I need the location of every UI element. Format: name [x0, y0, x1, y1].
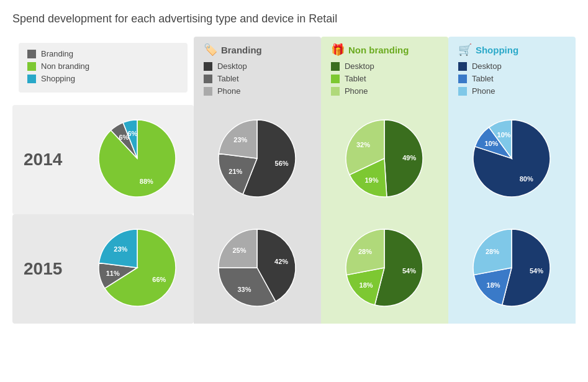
svg-text:66%: 66%	[152, 276, 166, 283]
shopping-chart-2015: 54%18%28%	[448, 214, 576, 324]
svg-text:11%: 11%	[106, 270, 119, 277]
branding-column-header: 🏷️ Branding Desktop Tablet Phone	[194, 37, 321, 105]
overall-legend: Branding Non branding Shopping	[19, 43, 188, 93]
legend-nonbranding: Non branding	[27, 61, 179, 71]
shopping-chart-2014: 80%10%10%	[448, 105, 576, 214]
page-title: Spend development for each advertising t…	[12, 12, 576, 25]
svg-text:18%: 18%	[360, 281, 373, 289]
nonbranding-swatch	[27, 62, 36, 71]
svg-text:80%: 80%	[520, 175, 533, 183]
svg-text:6%: 6%	[127, 130, 137, 137]
overall-chart-2014: 88%6%6%	[82, 106, 192, 213]
branding-chart-2014: 56%21%23%	[194, 105, 321, 214]
svg-text:23%: 23%	[234, 136, 248, 143]
shopping-column-header: 🛒 Shopping Desktop Tablet Phone	[448, 37, 576, 105]
shopping-swatch	[27, 75, 36, 83]
year-2015: 2015	[14, 216, 81, 322]
svg-text:25%: 25%	[233, 247, 247, 254]
svg-text:18%: 18%	[487, 281, 500, 289]
svg-text:19%: 19%	[365, 176, 379, 184]
row-2014: 2014 88%6%6% 56%21%23% 49%19%32% 80%10%1…	[12, 105, 576, 214]
svg-text:54%: 54%	[402, 267, 416, 275]
nonbranding-column-header: 🎁 Non branding Desktop Tablet Phone	[321, 37, 448, 105]
svg-text:21%: 21%	[229, 168, 243, 175]
svg-text:32%: 32%	[356, 141, 370, 148]
svg-text:49%: 49%	[403, 154, 417, 161]
svg-text:10%: 10%	[485, 140, 499, 147]
shopping-icon: 🛒	[458, 43, 472, 57]
svg-text:28%: 28%	[358, 248, 372, 255]
branding-icon: 🏷️	[204, 43, 217, 57]
year-2014: 2014	[14, 106, 81, 213]
branding-swatch	[27, 50, 36, 58]
legend-branding: Branding	[27, 49, 179, 58]
legend-shopping: Shopping	[27, 74, 179, 83]
nonbranding-chart-2014: 49%19%32%	[321, 105, 448, 214]
svg-text:42%: 42%	[274, 258, 288, 265]
svg-text:56%: 56%	[275, 160, 289, 167]
svg-text:10%: 10%	[497, 131, 511, 139]
svg-text:23%: 23%	[114, 245, 127, 253]
svg-text:28%: 28%	[486, 248, 499, 255]
nonbranding-icon: 🎁	[331, 43, 345, 57]
overall-chart-2015: 66%11%23%	[82, 216, 192, 322]
svg-text:88%: 88%	[140, 178, 153, 185]
branding-chart-2015: 42%33%25%	[194, 214, 321, 324]
nonbranding-chart-2015: 54%18%28%	[321, 214, 448, 324]
svg-text:54%: 54%	[530, 267, 543, 275]
row-2015: 2015 66%11%23% 42%33%25% 54%18%28% 54%18…	[12, 214, 576, 324]
svg-text:33%: 33%	[238, 286, 251, 293]
